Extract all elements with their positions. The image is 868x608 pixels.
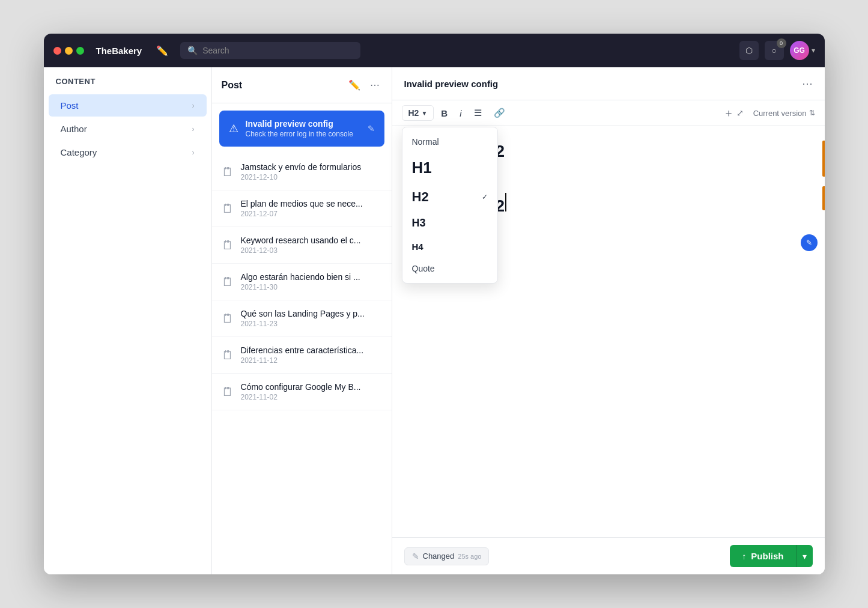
dropdown-item-h3[interactable]: H3 [402, 211, 497, 236]
changed-badge: ✎ Changed 25s ago [404, 547, 490, 565]
chevron-down-icon: ▾ [812, 46, 815, 55]
app-name: TheBakery [96, 46, 142, 56]
dropdown-h1-label: H1 [412, 159, 432, 177]
list-item[interactable]: 🗒 Jamstack y envío de formularios 2021-1… [212, 154, 392, 190]
post-item-date: 2021-12-10 [241, 173, 362, 181]
minimize-button[interactable] [65, 47, 73, 55]
link-icon: 🔗 [494, 108, 505, 118]
error-banner: ⚠ Invalid preview config Check the error… [219, 111, 384, 147]
plugin-icon-btn[interactable]: ⬡ [739, 41, 759, 60]
traffic-lights [53, 47, 84, 55]
dropdown-normal-label: Normal [412, 137, 439, 147]
post-list: 🗒 Jamstack y envío de formularios 2021-1… [212, 154, 392, 574]
app-window: TheBakery ✏️ 🔍 ⬡ ○ 0 GG ▾ Content Post [44, 34, 825, 574]
search-bar: 🔍 [180, 42, 360, 59]
floating-action-icon[interactable]: ✎ [801, 234, 818, 251]
sidebar-item-category[interactable]: Category › [49, 141, 207, 163]
side-bar-decoration-2 [822, 186, 825, 210]
file-icon: 🗒 [222, 348, 234, 362]
post-more-icon-btn[interactable]: ⋯ [368, 77, 382, 93]
maximize-button[interactable] [76, 47, 84, 55]
publish-label: Publish [751, 551, 783, 561]
edit-icon-btn[interactable]: ✏️ [154, 43, 171, 59]
list-item[interactable]: 🗒 El plan de medios que se nece... 2021-… [212, 190, 392, 227]
post-item-date: 2021-12-03 [241, 246, 361, 255]
post-item-title: Diferencias entre característica... [241, 345, 364, 355]
list-item[interactable]: 🗒 Qué son las Landing Pages y p... 2021-… [212, 300, 392, 337]
titlebar-right: ⬡ ○ 0 GG ▾ [739, 41, 815, 60]
notification-icon: ○ [771, 46, 776, 55]
add-block-btn[interactable]: ＋ [723, 106, 734, 120]
post-item-date: 2021-11-23 [241, 320, 365, 328]
post-panel-title: Post [222, 80, 243, 91]
notification-btn[interactable]: ○ 0 [765, 41, 784, 60]
dropdown-quote-label: Quote [412, 264, 435, 273]
dropdown-item-h2[interactable]: H2 ✓ [402, 183, 497, 211]
sidebar: Content Post › Author › Category › [44, 67, 212, 574]
list-item[interactable]: 🗒 Algo estarán haciendo bien si ... 2021… [212, 264, 392, 300]
italic-btn[interactable]: i [455, 106, 466, 121]
post-item-text: Diferencias entre característica... 2021… [241, 345, 364, 365]
file-icon: 🗒 [222, 312, 234, 326]
pencil-icon: ✎ [806, 239, 812, 247]
heading-dropdown-btn[interactable]: H2 ▼ [402, 105, 434, 121]
error-banner-subtitle: Check the error log in the console [246, 130, 360, 138]
plus-icon: ＋ [723, 107, 734, 119]
warning-icon: ⚠ [229, 122, 238, 135]
post-item-title: Cómo configurar Google My B... [241, 382, 361, 392]
post-item-text: Algo estarán haciendo bien si ... 2021-1… [241, 272, 360, 291]
list-icon: ☰ [474, 108, 482, 118]
version-label: Current version [753, 109, 807, 118]
heading-dropdown-menu: Normal H1 H2 ✓ H3 H4 [402, 127, 498, 284]
search-icon: 🔍 [187, 46, 198, 55]
chevron-right-icon-2: › [192, 125, 195, 133]
dropdown-h4-label: H4 [412, 242, 423, 252]
error-banner-text: Invalid preview config Check the error l… [246, 119, 360, 138]
publish-arrow-icon: ↑ [742, 552, 746, 561]
dropdown-h3-label: H3 [412, 217, 426, 230]
list-item[interactable]: 🗒 Keyword research usando el c... 2021-1… [212, 227, 392, 264]
editor-more-btn[interactable]: ⋯ [802, 77, 813, 90]
post-item-text: Cómo configurar Google My B... 2021-11-0… [241, 382, 361, 401]
chevron-right-icon-3: › [192, 148, 195, 157]
chevron-right-icon: › [192, 102, 195, 110]
post-item-text: Qué son las Landing Pages y p... 2021-11… [241, 309, 365, 328]
dropdown-item-quote[interactable]: Quote [402, 258, 497, 279]
post-item-date: 2021-11-12 [241, 356, 364, 365]
file-icon: 🗒 [222, 202, 234, 216]
side-bar-decoration-1 [822, 141, 825, 177]
plugin-icon: ⬡ [745, 46, 753, 55]
dropdown-item-h1[interactable]: H1 [402, 153, 497, 183]
post-item-title: Qué son las Landing Pages y p... [241, 309, 365, 318]
post-item-text: Jamstack y envío de formularios 2021-12-… [241, 162, 362, 181]
link-btn[interactable]: 🔗 [489, 105, 510, 121]
expand-btn[interactable]: ⤢ [736, 108, 744, 118]
dropdown-item-normal[interactable]: Normal [402, 131, 497, 153]
publish-button[interactable]: ↑ Publish [730, 545, 795, 567]
notification-badge: 0 [777, 38, 786, 48]
footer-right: ↑ Publish ▾ [730, 545, 812, 567]
bold-btn[interactable]: B [436, 106, 452, 121]
post-edit-icon-btn[interactable]: ✏️ [346, 77, 363, 93]
changed-icon: ✎ [412, 552, 419, 561]
sidebar-item-author[interactable]: Author › [49, 118, 207, 140]
sidebar-item-post[interactable]: Post › [49, 94, 207, 117]
editor-toolbar: H2 ▼ B i ☰ 🔗 ＋ ⤢ [392, 100, 825, 126]
version-selector[interactable]: Current version ⇅ [753, 109, 815, 118]
file-icon: 🗒 [222, 165, 234, 179]
file-icon: 🗒 [222, 385, 234, 399]
avatar-wrapper[interactable]: GG ▾ [790, 41, 815, 60]
post-panel: Post ✏️ ⋯ ⚠ Invalid preview config Check… [212, 67, 392, 574]
publish-split-button[interactable]: ▾ [796, 545, 813, 567]
error-banner-edit-icon[interactable]: ✎ [368, 124, 375, 133]
search-input[interactable] [202, 46, 353, 55]
close-button[interactable] [53, 47, 61, 55]
dropdown-h2-label: H2 [412, 189, 429, 205]
changed-label: Changed [423, 552, 455, 561]
main-layout: Content Post › Author › Category › Post … [44, 67, 825, 574]
list-btn[interactable]: ☰ [469, 105, 487, 121]
list-item[interactable]: 🗒 Cómo configurar Google My B... 2021-11… [212, 374, 392, 410]
dropdown-item-h4[interactable]: H4 [402, 236, 497, 258]
list-item[interactable]: 🗒 Diferencias entre característica... 20… [212, 337, 392, 374]
editor-title: Invalid preview config [404, 79, 499, 89]
